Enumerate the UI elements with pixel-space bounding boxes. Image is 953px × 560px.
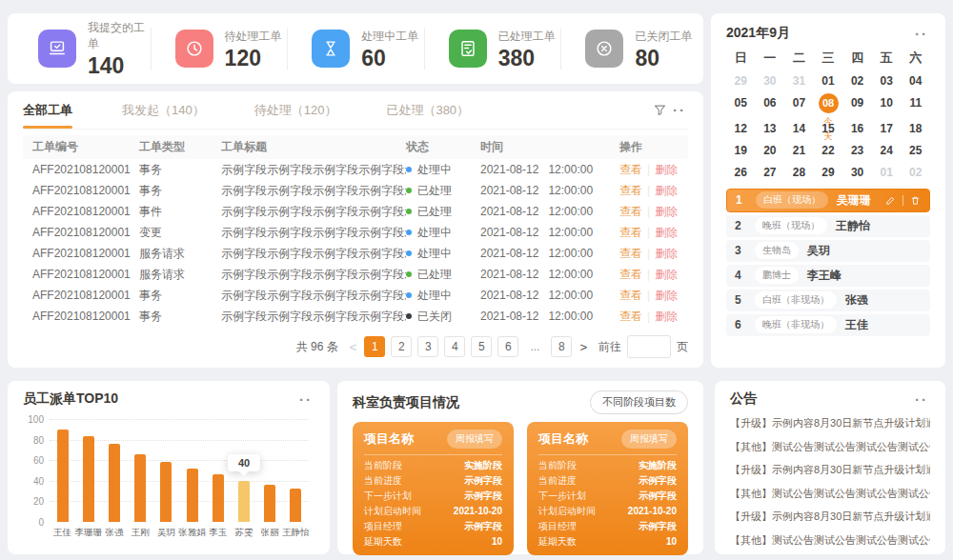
calendar-day[interactable]: 25 xyxy=(901,143,930,158)
page-button-1[interactable]: 1 xyxy=(364,336,385,357)
stage-count-button[interactable]: 不同阶段项目数 xyxy=(590,390,688,414)
calendar-day[interactable]: 23 xyxy=(842,143,872,158)
calendar-day[interactable]: 06 xyxy=(756,95,785,110)
page-button-4[interactable]: 4 xyxy=(444,336,465,357)
calendar-day[interactable]: 29 xyxy=(726,73,756,89)
calendar-day[interactable]: 16 xyxy=(842,121,872,136)
calendar-day[interactable]: 30 xyxy=(756,73,785,89)
project-field-value: 实施阶段 xyxy=(639,460,677,470)
view-link[interactable]: 查看 xyxy=(619,163,642,176)
view-link[interactable]: 查看 xyxy=(619,184,642,197)
page-button-3[interactable]: 3 xyxy=(417,336,438,357)
chart-bar[interactable] xyxy=(134,454,146,522)
announcement-item[interactable]: 【升级】示例内容8月30日新节点升级计划通知 xyxy=(730,411,930,435)
calendar-day[interactable]: 11 xyxy=(901,95,930,110)
delete-link[interactable]: 删除 xyxy=(655,310,678,323)
calendar-day[interactable]: 10 xyxy=(872,95,902,110)
delete-link[interactable]: 删除 xyxy=(655,226,678,239)
edit-icon[interactable] xyxy=(885,195,896,206)
order-title-cell: 示例字段示例字段示例字段示例字段示例字段 xyxy=(221,309,406,325)
delete-link[interactable]: 删除 xyxy=(655,289,678,302)
calendar-day[interactable]: 07 xyxy=(784,95,814,110)
calendar-day[interactable]: 02 xyxy=(842,73,872,89)
chart-bar[interactable] xyxy=(238,481,250,522)
pagination-prev-button[interactable]: < xyxy=(348,340,359,354)
page-button-5[interactable]: 5 xyxy=(471,336,492,357)
chart-more-button[interactable]: ·· xyxy=(297,392,314,407)
calendar-day[interactable]: 30 xyxy=(842,165,872,180)
chart-bar[interactable] xyxy=(213,474,224,522)
shift-item[interactable]: 5白班（非现场）张强 xyxy=(726,290,930,311)
calendar-day[interactable]: 19 xyxy=(726,143,756,158)
calendar-day[interactable]: 09 xyxy=(842,95,872,110)
announcement-item[interactable]: 【升级】示例内容8月30日新节点升级计划通知 xyxy=(730,458,930,482)
trash-icon[interactable] xyxy=(910,195,921,206)
announcement-item[interactable]: 【其他】测试公告测试公告测试公告测试公告测试公告 xyxy=(730,529,930,552)
calendar-day[interactable]: 14 xyxy=(784,121,814,136)
calendar-day[interactable]: 27 xyxy=(756,165,785,180)
view-link[interactable]: 查看 xyxy=(619,268,642,281)
announcements-more-button[interactable]: ·· xyxy=(913,392,930,407)
calendar-day-today[interactable]: 08今天 xyxy=(814,95,843,113)
chart-bar[interactable] xyxy=(57,430,69,522)
calendar-day[interactable]: 04 xyxy=(901,73,930,89)
calendar-day[interactable]: 22 xyxy=(814,143,843,158)
tab-2[interactable]: 待处理（120） xyxy=(254,91,337,129)
view-link[interactable]: 查看 xyxy=(619,205,642,218)
tab-3[interactable]: 已处理（380） xyxy=(386,91,469,129)
tab-1[interactable]: 我发起（140） xyxy=(122,91,205,129)
goto-page-input[interactable] xyxy=(627,335,671,358)
calendar-day[interactable]: 24 xyxy=(872,143,902,158)
page-button-6[interactable]: 6 xyxy=(497,336,518,357)
calendar-day[interactable]: 12 xyxy=(726,121,756,136)
y-axis-label: 0 xyxy=(23,517,44,528)
order-title-cell: 示例字段示例字段示例字段示例字段示例字段 xyxy=(221,183,406,199)
calendar-day[interactable]: 03 xyxy=(872,73,902,89)
calendar-day[interactable]: 31 xyxy=(784,73,814,89)
calendar-day[interactable]: 28 xyxy=(784,165,814,180)
shift-item[interactable]: 6晚班（非现场）王佳 xyxy=(726,314,930,336)
chart-bar[interactable] xyxy=(160,462,172,522)
announcement-item[interactable]: 【其他】测试公告测试公告测试公告测试公告测试公告 xyxy=(730,482,930,506)
view-link[interactable]: 查看 xyxy=(619,310,642,323)
calendar-day[interactable]: 02 xyxy=(901,165,930,180)
page-button-8[interactable]: 8 xyxy=(551,336,572,357)
announcement-item[interactable]: 【升级】示例内容8月30日新节点升级计划通知 xyxy=(730,505,930,529)
delete-link[interactable]: 删除 xyxy=(655,184,678,197)
calendar-day[interactable]: 01 xyxy=(814,73,843,89)
chart-bar[interactable] xyxy=(83,436,94,522)
filter-button[interactable] xyxy=(649,101,671,119)
calendar-day[interactable]: 05 xyxy=(726,95,756,110)
calendar-day[interactable]: 18 xyxy=(901,121,930,136)
shift-item[interactable]: 1白班（现场）吴珊珊 xyxy=(726,189,930,212)
delete-link[interactable]: 删除 xyxy=(655,247,678,260)
tab-0[interactable]: 全部工单 xyxy=(23,91,72,129)
delete-link[interactable]: 删除 xyxy=(655,205,678,218)
shift-item[interactable]: 4鹏博士李王峰 xyxy=(726,265,930,287)
calendar-day[interactable]: 21 xyxy=(784,143,814,158)
chart-bar[interactable] xyxy=(264,485,275,522)
chart-bar[interactable] xyxy=(187,469,198,522)
weekly-report-button[interactable]: 周报填写 xyxy=(447,430,502,449)
announcement-item[interactable]: 【其他】测试公告测试公告测试公告测试公告测试公告 xyxy=(730,435,930,459)
view-link[interactable]: 查看 xyxy=(619,289,642,302)
calendar-more-button[interactable]: ·· xyxy=(913,27,930,41)
calendar-day[interactable]: 20 xyxy=(756,143,785,158)
weekly-report-button[interactable]: 周报填写 xyxy=(621,430,677,449)
page-button-2[interactable]: 2 xyxy=(391,336,412,357)
delete-link[interactable]: 删除 xyxy=(655,163,678,176)
calendar-day[interactable]: 29 xyxy=(814,165,843,180)
chart-bar[interactable] xyxy=(290,489,301,522)
view-link[interactable]: 查看 xyxy=(619,226,642,239)
calendar-day[interactable]: 13 xyxy=(756,121,785,136)
shift-item[interactable]: 2晚班（现场）王静怡 xyxy=(726,215,930,237)
pagination-next-button[interactable]: > xyxy=(578,340,589,354)
workorders-more-button[interactable]: ·· xyxy=(671,103,688,117)
delete-link[interactable]: 删除 xyxy=(655,268,678,281)
calendar-day[interactable]: 26 xyxy=(726,165,756,180)
view-link[interactable]: 查看 xyxy=(619,247,642,260)
calendar-day[interactable]: 01 xyxy=(872,165,902,180)
shift-item[interactable]: 3生物岛吴玥 xyxy=(726,240,930,262)
chart-bar[interactable] xyxy=(109,444,120,522)
calendar-day[interactable]: 17 xyxy=(872,121,902,136)
